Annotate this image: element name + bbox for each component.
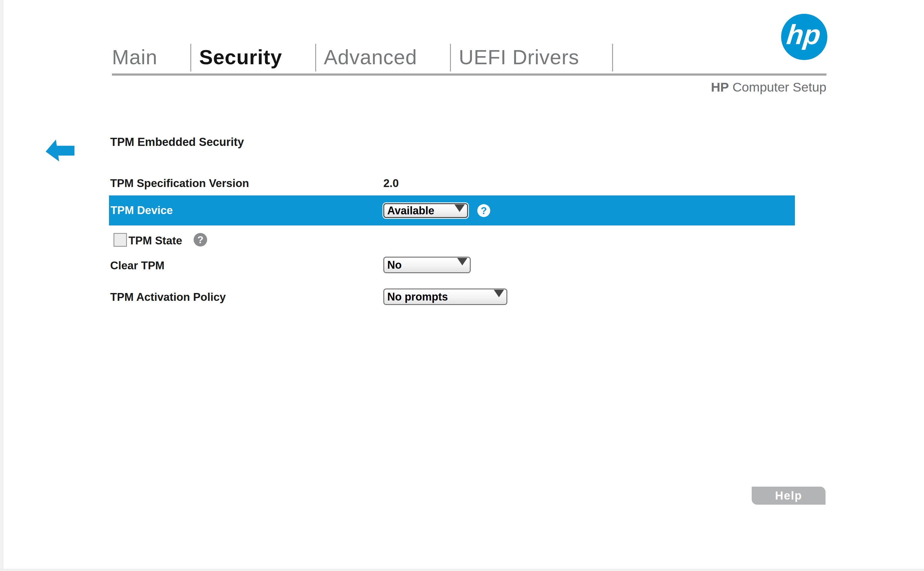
- tpm-device-selected-value: Available: [387, 204, 434, 217]
- chevron-down-icon: [457, 258, 467, 265]
- clear-tpm-selected-value: No: [387, 259, 402, 272]
- tpm-device-label: TPM Device: [111, 204, 173, 217]
- help-button[interactable]: Help: [752, 487, 825, 505]
- product-title-brand: HP: [711, 80, 729, 94]
- spec-version-value: 2.0: [383, 177, 399, 190]
- chevron-down-icon: [494, 290, 504, 297]
- window-frame-bottom: [0, 569, 924, 571]
- nav-underline: [112, 74, 827, 76]
- activation-policy-label: TPM Activation Policy: [110, 291, 226, 304]
- product-title-rest: Computer Setup: [733, 80, 827, 94]
- tab-uefi-drivers[interactable]: UEFI Drivers: [459, 42, 612, 71]
- nav-separator: [190, 44, 191, 71]
- clear-tpm-label: Clear TPM: [110, 259, 165, 272]
- tpm-device-dropdown[interactable]: Available: [383, 203, 468, 218]
- hp-logo-text: hp: [785, 19, 822, 51]
- page-title: TPM Embedded Security: [110, 136, 244, 149]
- nav-separator: [612, 44, 613, 71]
- clear-tpm-dropdown[interactable]: No: [383, 257, 471, 273]
- nav-separator: [450, 44, 451, 71]
- chevron-down-icon: [455, 204, 465, 212]
- question-mark-icon: ?: [481, 205, 487, 216]
- tab-security[interactable]: Security: [199, 42, 315, 71]
- help-button-label: Help: [775, 489, 802, 502]
- tpm-device-help-icon[interactable]: ?: [477, 204, 490, 217]
- window-frame-left: [0, 0, 3, 571]
- top-nav: Main Security Advanced UEFI Drivers: [112, 42, 621, 71]
- tab-main[interactable]: Main: [112, 42, 190, 71]
- product-title: HPComputer Setup: [711, 80, 827, 94]
- hp-logo-icon: hp: [781, 14, 827, 60]
- back-arrow-icon[interactable]: [45, 139, 74, 162]
- tpm-state-help-icon[interactable]: ?: [194, 233, 207, 247]
- activation-policy-selected-value: No prompts: [387, 291, 448, 303]
- question-mark-icon: ?: [197, 234, 203, 245]
- tpm-state-checkbox[interactable]: [114, 233, 127, 247]
- tpm-state-label: TPM State: [128, 235, 182, 247]
- nav-separator: [315, 44, 316, 71]
- activation-policy-dropdown[interactable]: No prompts: [383, 289, 508, 305]
- tab-advanced[interactable]: Advanced: [324, 42, 450, 71]
- spec-version-label: TPM Specification Version: [110, 177, 249, 190]
